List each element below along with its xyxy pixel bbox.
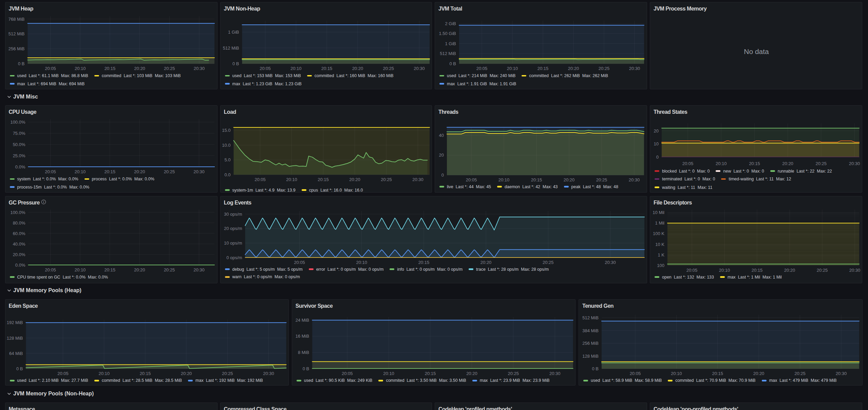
svg-text:20:30: 20:30: [193, 169, 205, 174]
svg-text:0.0: 0.0: [224, 172, 230, 177]
svg-text:10 Mil: 10 Mil: [653, 210, 664, 215]
svg-text:20:20: 20:20: [480, 260, 491, 265]
svg-text:20:15: 20:15: [752, 268, 763, 273]
svg-text:20: 20: [439, 153, 444, 158]
svg-text:100.0%: 100.0%: [10, 210, 25, 215]
svg-text:20:10: 20:10: [671, 371, 682, 376]
svg-text:20:30: 20:30: [193, 66, 205, 71]
svg-text:0.0%: 0.0%: [15, 263, 25, 268]
svg-text:20:25: 20:25: [164, 267, 175, 272]
svg-text:192 MiB: 192 MiB: [6, 320, 23, 325]
svg-text:30 ops/m: 30 ops/m: [224, 212, 242, 217]
svg-text:No data: No data: [744, 48, 769, 55]
svg-text:20:30: 20:30: [605, 260, 616, 265]
svg-text:20:25: 20:25: [381, 177, 392, 182]
svg-text:128 MiB: 128 MiB: [6, 336, 23, 341]
svg-text:20:15: 20:15: [104, 267, 115, 272]
svg-text:20:20: 20:20: [352, 66, 363, 71]
svg-text:60.0%: 60.0%: [13, 231, 25, 236]
svg-text:10.0: 10.0: [222, 143, 230, 148]
svg-text:128 MiB: 128 MiB: [582, 354, 599, 359]
svg-text:20:20: 20:20: [564, 177, 575, 182]
svg-text:20:20: 20:20: [784, 268, 795, 273]
svg-text:512 MiB: 512 MiB: [223, 46, 239, 51]
svg-text:20 ops/m: 20 ops/m: [224, 226, 242, 231]
svg-text:0 B: 0 B: [18, 61, 24, 66]
svg-text:512 MiB: 512 MiB: [582, 315, 599, 320]
svg-text:20:25: 20:25: [817, 268, 828, 273]
svg-text:20:10: 20:10: [74, 267, 86, 272]
svg-text:20:10: 20:10: [286, 177, 297, 182]
svg-text:0: 0: [441, 173, 444, 178]
svg-text:20:20: 20:20: [753, 371, 765, 376]
svg-text:20:15: 20:15: [418, 260, 429, 265]
svg-text:20:05: 20:05: [45, 267, 56, 272]
svg-text:20:20: 20:20: [181, 371, 192, 376]
svg-text:20:20: 20:20: [134, 66, 145, 71]
svg-text:20:15: 20:15: [318, 177, 329, 182]
svg-text:20:30: 20:30: [629, 177, 640, 182]
svg-text:20:05: 20:05: [260, 66, 271, 71]
svg-text:50.0%: 50.0%: [13, 142, 25, 147]
svg-text:20:15: 20:15: [537, 66, 549, 71]
svg-text:20:20: 20:20: [466, 371, 477, 376]
svg-text:20:30: 20:30: [836, 371, 847, 376]
svg-text:20:05: 20:05: [45, 169, 56, 174]
svg-text:20:05: 20:05: [342, 371, 353, 376]
svg-text:100 K: 100 K: [653, 231, 664, 236]
svg-text:20:30: 20:30: [193, 267, 205, 272]
svg-text:256 MiB: 256 MiB: [582, 341, 599, 346]
svg-text:20:10: 20:10: [98, 371, 110, 376]
svg-text:0 B: 0 B: [302, 366, 309, 371]
svg-text:10: 10: [654, 141, 659, 146]
svg-text:20:05: 20:05: [254, 177, 266, 182]
svg-text:20:30: 20:30: [263, 371, 274, 376]
svg-text:20:15: 20:15: [749, 161, 760, 166]
svg-text:20:25: 20:25: [164, 66, 175, 71]
svg-text:256 MiB: 256 MiB: [8, 46, 24, 51]
svg-text:1.50 GiB: 1.50 GiB: [439, 31, 456, 36]
svg-text:10 K: 10 K: [655, 242, 664, 247]
svg-text:20:30: 20:30: [849, 161, 860, 166]
svg-text:20:05: 20:05: [57, 371, 69, 376]
svg-text:64 MiB: 64 MiB: [9, 351, 23, 356]
svg-text:20:05: 20:05: [476, 66, 488, 71]
svg-text:0: 0: [656, 155, 659, 160]
svg-text:20:25: 20:25: [543, 260, 554, 265]
svg-text:20:10: 20:10: [74, 66, 86, 71]
svg-text:0 B: 0 B: [16, 366, 23, 371]
svg-text:20:25: 20:25: [383, 66, 394, 71]
svg-text:20:15: 20:15: [321, 66, 332, 71]
svg-text:20:10: 20:10: [290, 66, 302, 71]
svg-text:20.0%: 20.0%: [13, 252, 25, 257]
svg-text:20:15: 20:15: [531, 177, 542, 182]
svg-text:0 ops/m: 0 ops/m: [226, 255, 242, 260]
svg-text:20:25: 20:25: [816, 161, 827, 166]
svg-text:20:20: 20:20: [134, 169, 145, 174]
svg-text:20:05: 20:05: [294, 260, 305, 265]
svg-text:20:10: 20:10: [356, 260, 367, 265]
svg-text:20:25: 20:25: [596, 177, 607, 182]
svg-text:20:20: 20:20: [134, 267, 145, 272]
svg-text:5.0: 5.0: [224, 157, 230, 162]
svg-text:20:10: 20:10: [498, 177, 510, 182]
svg-text:20:10: 20:10: [74, 169, 86, 174]
svg-text:0 B: 0 B: [449, 61, 456, 66]
svg-text:40.0%: 40.0%: [13, 242, 25, 247]
svg-text:100.0%: 100.0%: [10, 120, 25, 125]
svg-text:1 GiB: 1 GiB: [228, 30, 239, 35]
svg-text:20:20: 20:20: [782, 161, 793, 166]
svg-text:16 MiB: 16 MiB: [296, 334, 309, 339]
svg-text:20:25: 20:25: [794, 371, 806, 376]
svg-text:100: 100: [657, 263, 664, 268]
svg-text:20:30: 20:30: [549, 371, 561, 376]
svg-text:0 B: 0 B: [232, 61, 239, 66]
svg-text:20:10: 20:10: [716, 161, 727, 166]
svg-text:1 Mil: 1 Mil: [655, 220, 665, 226]
svg-text:20:15: 20:15: [712, 371, 723, 376]
svg-text:20:15: 20:15: [139, 371, 151, 376]
svg-text:i: i: [43, 200, 44, 204]
svg-text:20:30: 20:30: [412, 177, 423, 182]
svg-text:20:25: 20:25: [599, 66, 610, 71]
svg-text:20:25: 20:25: [164, 169, 175, 174]
